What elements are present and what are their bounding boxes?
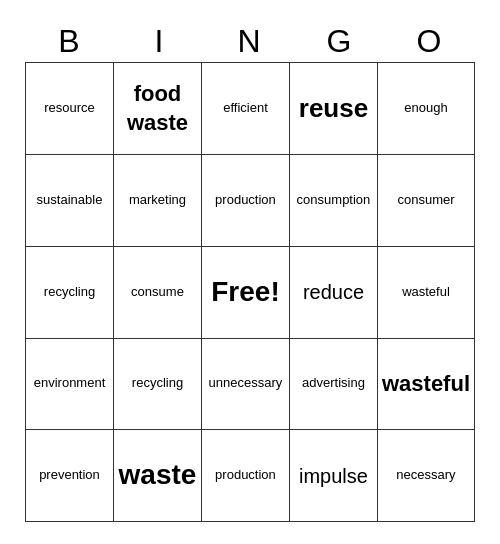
bingo-cell-19: wasteful [378, 339, 475, 431]
bingo-cell-16: recycling [114, 339, 202, 431]
cell-text-21: waste [119, 457, 197, 493]
cell-text-12: Free! [211, 274, 279, 310]
bingo-cell-10: recycling [26, 247, 114, 339]
cell-text-24: necessary [396, 467, 455, 484]
cell-text-11: consume [131, 284, 184, 301]
cell-text-13: reduce [303, 279, 364, 305]
bingo-cell-24: necessary [378, 430, 475, 522]
bingo-cell-14: wasteful [378, 247, 475, 339]
header-letter-O: O [385, 22, 475, 60]
bingo-cell-1: food waste [114, 63, 202, 155]
header-letter-I: I [115, 22, 205, 60]
bingo-cell-0: resource [26, 63, 114, 155]
bingo-cell-12: Free! [202, 247, 290, 339]
cell-text-9: consumer [397, 192, 454, 209]
cell-text-22: production [215, 467, 276, 484]
bingo-cell-22: production [202, 430, 290, 522]
bingo-cell-21: waste [114, 430, 202, 522]
bingo-card: BINGO resourcefood wasteefficientreuseen… [15, 12, 485, 532]
bingo-cell-7: production [202, 155, 290, 247]
cell-text-6: marketing [129, 192, 186, 209]
cell-text-7: production [215, 192, 276, 209]
bingo-cell-18: advertising [290, 339, 378, 431]
cell-text-5: sustainable [37, 192, 103, 209]
bingo-cell-23: impulse [290, 430, 378, 522]
bingo-cell-15: environment [26, 339, 114, 431]
cell-text-16: recycling [132, 375, 183, 392]
header-letter-N: N [205, 22, 295, 60]
bingo-grid: resourcefood wasteefficientreuseenoughsu… [25, 62, 475, 522]
cell-text-4: enough [404, 100, 447, 117]
bingo-cell-17: unnecessary [202, 339, 290, 431]
cell-text-0: resource [44, 100, 95, 117]
bingo-cell-13: reduce [290, 247, 378, 339]
bingo-cell-11: consume [114, 247, 202, 339]
bingo-cell-2: efficient [202, 63, 290, 155]
bingo-cell-9: consumer [378, 155, 475, 247]
bingo-cell-4: enough [378, 63, 475, 155]
cell-text-1: food waste [118, 80, 197, 137]
bingo-cell-20: prevention [26, 430, 114, 522]
bingo-header: BINGO [25, 22, 475, 60]
cell-text-10: recycling [44, 284, 95, 301]
cell-text-15: environment [34, 375, 106, 392]
header-letters: BINGO [25, 22, 475, 60]
header-letter-B: B [25, 22, 115, 60]
cell-text-17: unnecessary [209, 375, 283, 392]
header-letter-G: G [295, 22, 385, 60]
cell-text-19: wasteful [382, 370, 470, 399]
bingo-cell-8: consumption [290, 155, 378, 247]
bingo-cell-6: marketing [114, 155, 202, 247]
cell-text-8: consumption [297, 192, 371, 209]
cell-text-3: reuse [299, 92, 368, 126]
cell-text-14: wasteful [402, 284, 450, 301]
cell-text-18: advertising [302, 375, 365, 392]
cell-text-23: impulse [299, 463, 368, 489]
bingo-cell-3: reuse [290, 63, 378, 155]
bingo-cell-5: sustainable [26, 155, 114, 247]
cell-text-20: prevention [39, 467, 100, 484]
cell-text-2: efficient [223, 100, 268, 117]
